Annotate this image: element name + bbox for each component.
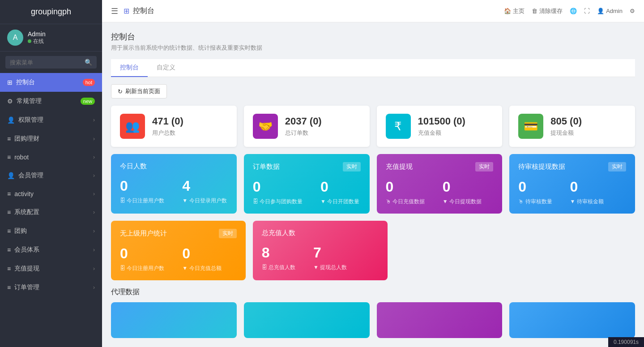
- sidebar-user-section: A Admin 在线: [0, 24, 102, 51]
- sidebar-item-group-finance[interactable]: ≡ 团购理财 ›: [0, 129, 102, 148]
- stat-icon: ₹: [386, 114, 411, 139]
- stat-info: 101500 (0) 充值金额: [418, 116, 465, 137]
- stat-icon: 👥: [120, 114, 145, 139]
- dash-card-values: 0 🗄 今日参与团购数量 0 ▼ 今日开团数量: [253, 179, 361, 206]
- dash-sub-label: 🖱 待审核数量: [518, 198, 552, 206]
- dash-big-num: 0: [443, 179, 482, 195]
- sidebar-item-robot[interactable]: ≡ robot ›: [0, 148, 102, 166]
- settings-action[interactable]: ⚙: [630, 8, 635, 14]
- nav-icon: ≡: [7, 265, 11, 272]
- dash-card-recharge-withdraw: 充值提现 实时 0 🖱 今日充值数据 0 ▼ 今日提现数据: [377, 154, 503, 214]
- topbar-page-icon: ⊞: [124, 7, 129, 15]
- main-content: ☰ ⊞ 控制台 🏠 主页 🗑 清除缓存 🌐 ⛶ 👤 Adm: [102, 0, 644, 347]
- home-icon: 🏠: [504, 8, 511, 14]
- topbar: ☰ ⊞ 控制台 🏠 主页 🗑 清除缓存 🌐 ⛶ 👤 Adm: [102, 0, 644, 22]
- user-info: Admin 在线: [28, 30, 46, 45]
- dash-card-title: 充值提现 实时: [386, 162, 494, 171]
- nav-icon: 👤: [7, 172, 15, 179]
- sidebar-item-general[interactable]: ⚙ 常规管理 new: [0, 92, 102, 111]
- dash-card-today-users: 今日人数 0 🗄 今日注册用户数 4 ▼ 今日登录用户数: [111, 154, 237, 214]
- nav-icon: ⚙: [7, 98, 13, 105]
- dash-sub-label: ▼ 提现总人数: [313, 264, 347, 271]
- version-bar: 0.190091s: [608, 337, 644, 347]
- nav-badge: hot: [83, 79, 95, 86]
- home-action[interactable]: 🏠 主页: [504, 7, 525, 15]
- agent-section: 代理数据: [111, 287, 635, 338]
- stat-value: 101500 (0): [418, 116, 465, 127]
- stat-value: 2037 (0): [285, 116, 322, 127]
- sidebar-item-member[interactable]: 👤 会员管理 ›: [0, 166, 102, 185]
- dash-sub-label: 🗄 总充值人数: [262, 264, 295, 271]
- sidebar-item-permissions[interactable]: 👤 权限管理 ›: [0, 111, 102, 129]
- dash-big-num: 0: [182, 245, 221, 262]
- sidebar-item-member-system[interactable]: ≡ 会员体系 ›: [0, 240, 102, 259]
- nav-item-label: 订单管理: [14, 283, 39, 291]
- dash-card-title: 今日人数: [120, 162, 228, 171]
- page-header: 控制台 用于展示当前系统中的统计数据、统计报表及重要实时数据: [111, 31, 635, 52]
- chevron-right-icon: ›: [93, 191, 95, 197]
- nav-item-left: ≡ 会员体系: [7, 246, 39, 254]
- language-action[interactable]: 🌐: [570, 8, 577, 14]
- nav-icon: ≡: [7, 284, 11, 291]
- nav-icon: ≡: [7, 246, 11, 253]
- sidebar-item-recharge[interactable]: ≡ 充值提现 ›: [0, 259, 102, 278]
- dash-big-num: 0: [120, 178, 164, 194]
- sidebar-item-orders[interactable]: ≡ 订单管理 ›: [0, 278, 102, 297]
- dash-sub-label: ▼ 今日登录用户数: [182, 197, 226, 205]
- tab-bar: 控制台 自定义: [111, 59, 635, 77]
- nav-icon: ≡: [7, 154, 11, 161]
- dash-card-values: 0 🗄 今日注册用户数 0 ▼ 今日充值总额: [120, 245, 237, 272]
- dash-big-num: 0: [518, 179, 552, 195]
- clear-cache-action[interactable]: 🗑 清除缓存: [532, 7, 563, 15]
- nav-item-label: activity: [14, 190, 34, 197]
- dash-sub-label: ▼ 今日提现数据: [443, 198, 482, 206]
- dash-card-pending-withdraw: 待审核提现数据 实时 0 🖱 待审核数量 0 ▼ 待审核金额: [509, 154, 635, 214]
- agent-card-3: [377, 302, 503, 338]
- dash-value-block: 0 ▼ 待审核金额: [570, 179, 604, 206]
- agent-section-title: 代理数据: [111, 287, 635, 297]
- dash-value-block: 8 🗄 总充值人数: [262, 244, 295, 271]
- topbar-title: ⊞ 控制台: [124, 6, 154, 16]
- topbar-left: ☰ ⊞ 控制台: [111, 6, 154, 16]
- stat-label: 总订单数: [285, 129, 322, 137]
- menu-toggle-icon[interactable]: ☰: [111, 6, 118, 16]
- sidebar-item-sysconfig[interactable]: ≡ 系统配置 ›: [0, 203, 102, 222]
- dash-big-num: 0: [120, 245, 164, 262]
- nav-item-label: 团购: [14, 227, 27, 235]
- nav-item-left: ⚙ 常规管理: [7, 97, 42, 105]
- dash-big-num: 0: [253, 179, 303, 195]
- sidebar-item-activity[interactable]: ≡ activity ›: [0, 185, 102, 203]
- nav-item-left: ≡ 团购: [7, 227, 27, 235]
- dash-card-title-text: 充值提现: [386, 163, 413, 171]
- nav-item-label: 团购理财: [14, 135, 39, 143]
- nav-item-left: ≡ 团购理财: [7, 135, 39, 143]
- nav-icon: ≡: [7, 209, 11, 216]
- stat-label: 充值金额: [418, 129, 465, 137]
- sidebar-item-group[interactable]: ≡ 团购 ›: [0, 222, 102, 240]
- dash-card-total-recharge: 总充值人数 8 🗄 总充值人数 7 ▼ 提现总人数: [253, 221, 388, 280]
- dash-card-values: 0 🗄 今日注册用户数 4 ▼ 今日登录用户数: [120, 178, 228, 205]
- dash-big-num: 0: [386, 179, 425, 195]
- search-input[interactable]: [10, 59, 85, 66]
- tab-customize[interactable]: 自定义: [148, 59, 184, 77]
- dash-big-num: 4: [182, 178, 226, 194]
- fullscreen-action[interactable]: ⛶: [584, 8, 590, 14]
- dash-big-num: 8: [262, 244, 295, 261]
- user-icon: 👤: [597, 8, 604, 14]
- dash-card-title-text: 订单数据: [253, 163, 280, 171]
- dash-big-num: 0: [320, 179, 359, 195]
- dash-card-order-data: 订单数据 实时 0 🗄 今日参与团购数量 0 ▼ 今日开团数量: [244, 154, 370, 214]
- nav-item-left: ≡ 充值提现: [7, 265, 39, 273]
- dash-card-title: 待审核提现数据 实时: [518, 162, 626, 171]
- tab-dashboard[interactable]: 控制台: [111, 59, 148, 77]
- dash-sub-label: 🗄 今日注册用户数: [120, 197, 164, 205]
- user-menu-action[interactable]: 👤 Admin: [597, 8, 623, 14]
- sidebar-item-dashboard[interactable]: ⊞ 控制台 hot: [0, 73, 102, 92]
- refresh-button[interactable]: ↻ 刷新当前页面: [111, 84, 167, 99]
- spacer: [518, 221, 635, 280]
- chevron-right-icon: ›: [93, 154, 95, 160]
- nav-icon: ≡: [7, 135, 11, 142]
- agent-card-1: [111, 302, 237, 338]
- search-box[interactable]: 🔍: [5, 56, 97, 69]
- dash-value-block: 0 🗄 今日参与团购数量: [253, 179, 303, 206]
